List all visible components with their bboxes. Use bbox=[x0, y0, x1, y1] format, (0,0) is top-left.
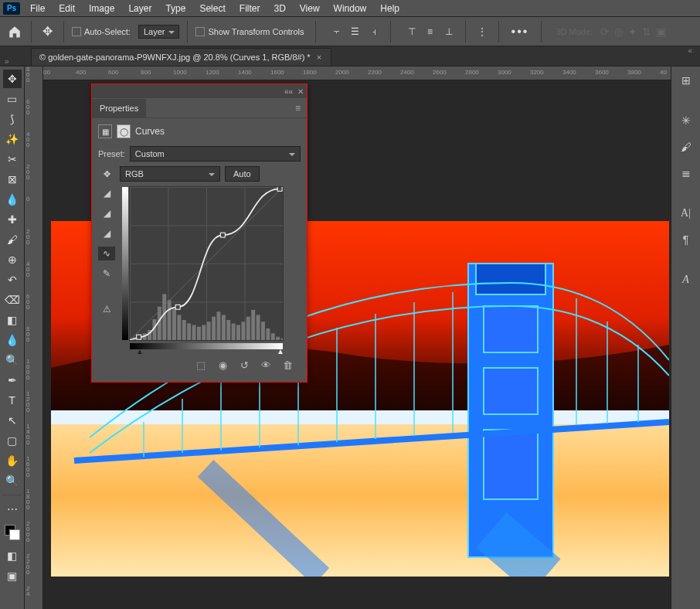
crop-tool[interactable]: ✂ bbox=[3, 150, 22, 168]
home-button[interactable] bbox=[6, 23, 23, 40]
menu-filter[interactable]: Filter bbox=[233, 0, 267, 16]
brush-tool[interactable]: 🖌 bbox=[3, 230, 22, 249]
target-adjustment-icon[interactable]: ✥ bbox=[98, 169, 115, 179]
svg-rect-4 bbox=[476, 264, 545, 294]
panel-menu-icon[interactable]: ≡ bbox=[289, 103, 307, 114]
clip-to-layer-icon[interactable]: ⬚ bbox=[194, 359, 208, 371]
view-previous-icon[interactable]: ◉ bbox=[216, 359, 229, 371]
align-middle-icon[interactable]: ≡ bbox=[422, 23, 439, 40]
panel-icon-2[interactable]: ✳ bbox=[677, 111, 695, 130]
magic-wand-tool[interactable]: ✨ bbox=[3, 130, 22, 148]
svg-rect-6 bbox=[484, 368, 538, 414]
white-point-eyedropper[interactable]: ◢ bbox=[98, 226, 115, 240]
history-brush-tool[interactable]: ↶ bbox=[3, 270, 22, 289]
quick-mask-icon[interactable]: ◧ bbox=[3, 546, 22, 565]
panel-icon-1[interactable]: ⊞ bbox=[677, 71, 695, 90]
reset-icon[interactable]: ↺ bbox=[237, 359, 251, 371]
workspace: ✥ ▭ ⟆ ✨ ✂ ⊠ 💧 ✚ 🖌 ⊕ ↶ ⌫ ◧ 💧 🔍 ✒ T ↖ ▢ ✋ … bbox=[0, 66, 700, 609]
clip-toggle-icon[interactable]: ⚠ bbox=[98, 302, 115, 316]
right-panel-toggle-icon[interactable]: « bbox=[688, 46, 692, 55]
roll-icon[interactable]: ◎ bbox=[614, 26, 624, 38]
black-slider[interactable]: ▲ bbox=[136, 347, 144, 356]
right-dock: ⊞ ✳ 🖌 ≣ A| ¶ A bbox=[671, 66, 700, 609]
more-options-icon[interactable]: ••• bbox=[507, 25, 534, 39]
black-point-eyedropper[interactable]: ◢ bbox=[98, 186, 115, 200]
glyphs-panel-icon[interactable]: A bbox=[677, 270, 695, 289]
menu-edit[interactable]: Edit bbox=[52, 0, 82, 16]
color-swatches[interactable] bbox=[5, 525, 20, 540]
left-panel-toggle-icon[interactable]: » bbox=[5, 57, 9, 66]
menu-select[interactable]: Select bbox=[192, 0, 232, 16]
marquee-tool[interactable]: ▭ bbox=[3, 90, 22, 108]
svg-rect-5 bbox=[484, 306, 538, 352]
eyedropper-tool[interactable]: 💧 bbox=[3, 190, 22, 209]
dodge-tool[interactable]: 🔍 bbox=[3, 351, 22, 369]
blur-tool[interactable]: 💧 bbox=[3, 331, 22, 349]
camera-icon[interactable]: ▣ bbox=[656, 26, 666, 38]
menu-view[interactable]: View bbox=[293, 0, 327, 16]
panel-title-bar[interactable]: «« ✕ bbox=[92, 84, 307, 98]
preset-select[interactable]: Custom bbox=[130, 146, 301, 162]
lasso-tool[interactable]: ⟆ bbox=[3, 110, 22, 128]
close-tab-icon[interactable]: × bbox=[315, 53, 323, 62]
menu-layer[interactable]: Layer bbox=[121, 0, 158, 16]
document-tabs: » © golden-gate-panorama-P9WNFXJ.jpg @ 2… bbox=[0, 46, 700, 66]
document-tab[interactable]: © golden-gate-panorama-P9WNFXJ.jpg @ 20.… bbox=[31, 48, 331, 66]
paragraph-panel-icon[interactable]: ¶ bbox=[677, 230, 695, 249]
align-top-icon[interactable]: ⊤ bbox=[403, 23, 420, 40]
gradient-tool[interactable]: ◧ bbox=[3, 311, 22, 329]
edit-toolbar-icon[interactable]: ⋯ bbox=[3, 500, 22, 519]
frame-tool[interactable]: ⊠ bbox=[3, 170, 22, 189]
align-bottom-icon[interactable]: ⊥ bbox=[440, 23, 457, 40]
align-right-icon[interactable]: ⫞ bbox=[365, 23, 382, 40]
move-tool-icon[interactable]: ✥ bbox=[39, 24, 56, 39]
curve-point-tool[interactable]: ∿ bbox=[98, 247, 115, 260]
path-selection-tool[interactable]: ↖ bbox=[3, 411, 22, 430]
menu-file[interactable]: File bbox=[23, 0, 52, 16]
channel-select[interactable]: RGB bbox=[120, 166, 220, 182]
rectangle-tool[interactable]: ▢ bbox=[3, 431, 22, 450]
type-tool[interactable]: T bbox=[3, 391, 22, 410]
canvas-area[interactable]: 0040060080010001200140016001800200022002… bbox=[43, 66, 671, 609]
menu-image[interactable]: Image bbox=[82, 0, 121, 16]
separator bbox=[541, 21, 542, 43]
white-slider[interactable]: ▲ bbox=[277, 347, 284, 356]
align-left-icon[interactable]: ⫟ bbox=[328, 23, 345, 40]
hand-tool[interactable]: ✋ bbox=[3, 451, 22, 470]
mask-icon[interactable]: ◯ bbox=[117, 124, 131, 138]
menu-3d[interactable]: 3D bbox=[267, 0, 292, 16]
character-panel-icon[interactable]: A| bbox=[677, 204, 695, 223]
pen-tool[interactable]: ✒ bbox=[3, 371, 22, 390]
background-swatch[interactable] bbox=[9, 529, 20, 540]
curves-graph[interactable]: ▲ ▲ bbox=[129, 186, 284, 341]
collapse-icon[interactable]: «« bbox=[284, 87, 293, 96]
align-center-h-icon[interactable]: ☰ bbox=[347, 23, 364, 40]
menu-help[interactable]: Help bbox=[373, 0, 406, 16]
close-panel-icon[interactable]: ✕ bbox=[297, 87, 304, 96]
panel-icon-4[interactable]: ≣ bbox=[677, 164, 695, 182]
gray-point-eyedropper[interactable]: ◢ bbox=[98, 206, 115, 220]
move-tool[interactable]: ✥ bbox=[3, 70, 22, 88]
zoom-tool[interactable]: 🔍 bbox=[3, 471, 22, 490]
delete-icon[interactable]: 🗑 bbox=[280, 359, 294, 371]
curve-svg[interactable] bbox=[130, 187, 283, 340]
visibility-icon[interactable]: 👁 bbox=[259, 359, 273, 371]
auto-button[interactable]: Auto bbox=[225, 166, 260, 182]
clone-stamp-tool[interactable]: ⊕ bbox=[3, 250, 22, 269]
curve-pencil-tool[interactable]: ✎ bbox=[98, 267, 115, 281]
properties-panel[interactable]: «« ✕ Properties ≡ ▦ ◯ Curves Preset: Cus… bbox=[91, 83, 308, 383]
slide-icon[interactable]: ⇅ bbox=[642, 26, 651, 38]
auto-select-target[interactable]: Layer bbox=[138, 25, 180, 39]
menu-window[interactable]: Window bbox=[327, 0, 374, 16]
healing-brush-tool[interactable]: ✚ bbox=[3, 210, 22, 229]
orbit-icon[interactable]: ⟳ bbox=[600, 26, 610, 38]
menu-type[interactable]: Type bbox=[158, 0, 192, 16]
screen-mode-icon[interactable]: ▣ bbox=[3, 566, 22, 585]
properties-tab[interactable]: Properties bbox=[92, 99, 146, 117]
pan-icon[interactable]: ✦ bbox=[628, 26, 637, 38]
show-transform-checkbox[interactable]: Show Transform Controls bbox=[195, 27, 304, 36]
eraser-tool[interactable]: ⌫ bbox=[3, 291, 22, 309]
panel-icon-3[interactable]: 🖌 bbox=[677, 138, 695, 156]
distribute-horizontal-icon[interactable]: ⋮ bbox=[474, 23, 491, 40]
auto-select-checkbox[interactable]: Auto-Select: bbox=[72, 27, 131, 36]
